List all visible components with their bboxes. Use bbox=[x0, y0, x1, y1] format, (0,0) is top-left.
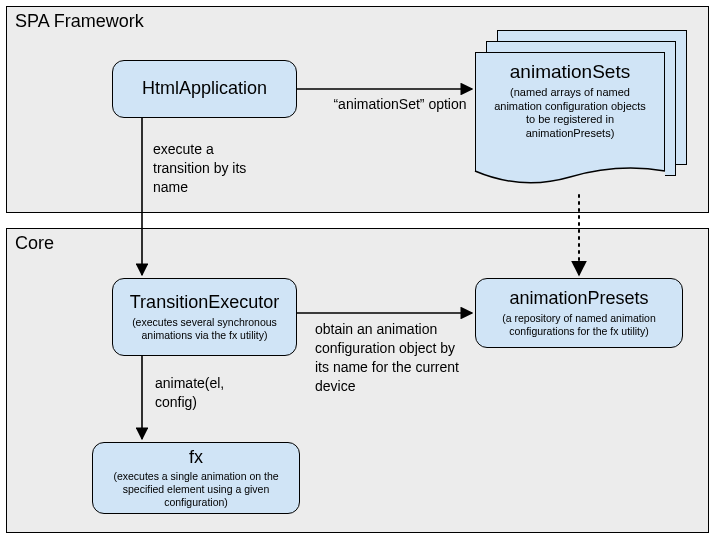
node-transition-executor: TransitionExecutor (executes several syn… bbox=[112, 278, 297, 356]
node-fx: fx (executes a single animation on the s… bbox=[92, 442, 300, 514]
node-animation-presets: animationPresets (a repository of named … bbox=[475, 278, 683, 348]
section-core-title: Core bbox=[15, 233, 54, 254]
document-curl-icon bbox=[475, 171, 665, 187]
node-transition-executor-sub: (executes several synchronous animations… bbox=[119, 316, 290, 342]
node-animation-sets-sub: (named arrays of named animation configu… bbox=[486, 86, 654, 141]
edge-label-animationset-option: “animationSet” option bbox=[330, 95, 470, 114]
node-transition-executor-title: TransitionExecutor bbox=[119, 292, 290, 314]
node-animation-sets-title: animationSets bbox=[486, 61, 654, 84]
node-html-application: HtmlApplication bbox=[112, 60, 297, 118]
node-fx-title: fx bbox=[99, 447, 293, 469]
node-animation-presets-sub: (a repository of named animation configu… bbox=[482, 312, 676, 338]
node-animation-presets-title: animationPresets bbox=[482, 288, 676, 310]
edge-label-animate: animate(el, config) bbox=[155, 374, 245, 412]
diagram-canvas: SPA Framework Core HtmlApplication anima… bbox=[0, 0, 715, 539]
node-html-application-title: HtmlApplication bbox=[119, 78, 290, 100]
edge-label-execute-transition: execute a transition by its name bbox=[153, 140, 253, 197]
edge-label-obtain-config: obtain an animation configuration object… bbox=[315, 320, 470, 396]
section-spa-title: SPA Framework bbox=[15, 11, 144, 32]
node-animation-sets: animationSets (named arrays of named ani… bbox=[475, 30, 690, 190]
node-fx-sub: (executes a single animation on the spec… bbox=[99, 470, 293, 509]
